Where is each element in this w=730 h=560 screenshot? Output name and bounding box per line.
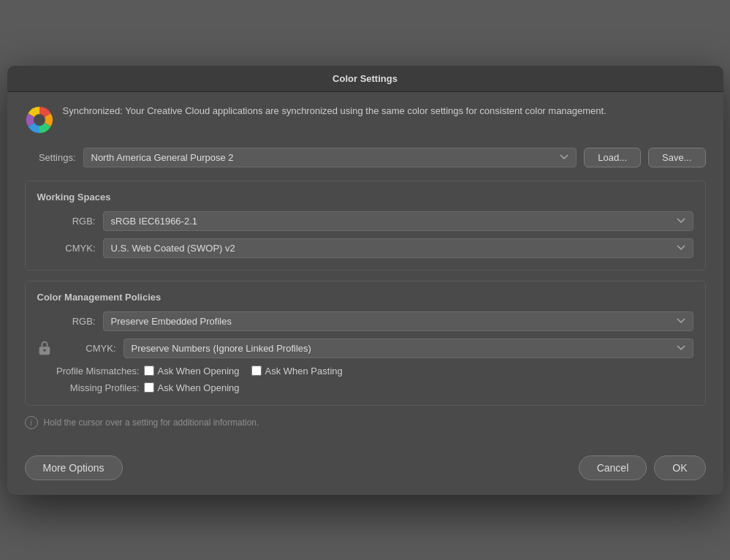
cm-rgb-select[interactable]: Preserve Embedded Profiles bbox=[103, 311, 693, 331]
ask-when-opening-label[interactable]: Ask When Opening bbox=[158, 366, 240, 377]
working-spaces-section: Working Spaces RGB: sRGB IEC61966-2.1 CM… bbox=[25, 181, 706, 270]
sync-text: Synchronized: Your Creative Cloud applic… bbox=[63, 104, 607, 118]
cmyk-select[interactable]: U.S. Web Coated (SWOP) v2 bbox=[103, 238, 693, 258]
cmyk-label: CMYK: bbox=[37, 243, 96, 254]
cmyk-field-row: CMYK: U.S. Web Coated (SWOP) v2 bbox=[37, 238, 693, 258]
missing-profiles-label: Missing Profiles: bbox=[37, 382, 140, 393]
profile-mismatches-checkboxes: Ask When Opening Ask When Pasting bbox=[144, 366, 343, 377]
info-icon: i bbox=[25, 416, 38, 429]
dialog-body: Synchronized: Your Creative Cloud applic… bbox=[7, 92, 723, 444]
cm-cmyk-select[interactable]: Preserve Numbers (Ignore Linked Profiles… bbox=[123, 338, 693, 358]
ask-when-pasting-checkbox[interactable] bbox=[251, 366, 262, 376]
cm-rgb-field-row: RGB: Preserve Embedded Profiles bbox=[37, 311, 693, 331]
settings-label: Settings: bbox=[25, 152, 76, 163]
cm-cmyk-label: CMYK: bbox=[58, 343, 116, 354]
ask-when-pasting-item: Ask When Pasting bbox=[251, 366, 343, 377]
profile-mismatches-row: Profile Mismatches: Ask When Opening Ask… bbox=[37, 366, 693, 377]
dialog-title: Color Settings bbox=[332, 73, 398, 84]
color-management-section: Color Management Policies RGB: Preserve … bbox=[25, 281, 706, 406]
ask-when-opening-checkbox[interactable] bbox=[144, 366, 154, 376]
rgb-field-row: RGB: sRGB IEC61966-2.1 bbox=[37, 211, 693, 231]
working-spaces-title: Working Spaces bbox=[37, 192, 693, 203]
color-wheel-icon bbox=[25, 105, 54, 135]
missing-ask-when-opening-checkbox[interactable] bbox=[144, 382, 154, 393]
ok-button[interactable]: OK bbox=[654, 455, 705, 480]
info-row: i Hold the cursor over a setting for add… bbox=[25, 416, 706, 429]
settings-row: Settings: North America General Purpose … bbox=[25, 148, 706, 167]
settings-select[interactable]: North America General Purpose 2 bbox=[83, 148, 577, 167]
missing-ask-when-opening-label[interactable]: Ask When Opening bbox=[158, 382, 240, 393]
dialog-footer: More Options Cancel OK bbox=[7, 444, 723, 495]
load-button[interactable]: Load... bbox=[584, 148, 641, 167]
lock-icon bbox=[37, 340, 52, 356]
color-settings-dialog: Color Settings Synchronized: Your Creati… bbox=[7, 66, 723, 495]
svg-point-1 bbox=[34, 114, 45, 126]
ask-when-opening-item: Ask When Opening bbox=[144, 366, 240, 377]
sync-banner: Synchronized: Your Creative Cloud applic… bbox=[25, 104, 706, 135]
missing-profiles-checkboxes: Ask When Opening bbox=[144, 382, 240, 393]
rgb-label: RGB: bbox=[37, 216, 96, 227]
rgb-select[interactable]: sRGB IEC61966-2.1 bbox=[103, 211, 693, 231]
profile-mismatches-label: Profile Mismatches: bbox=[37, 366, 140, 377]
info-text: Hold the cursor over a setting for addit… bbox=[44, 417, 259, 428]
save-button[interactable]: Save... bbox=[648, 148, 705, 167]
cm-cmyk-field-row: CMYK: Preserve Numbers (Ignore Linked Pr… bbox=[37, 338, 693, 358]
footer-right-buttons: Cancel OK bbox=[579, 455, 706, 480]
more-options-button[interactable]: More Options bbox=[25, 455, 123, 480]
cm-rgb-label: RGB: bbox=[37, 316, 96, 327]
svg-rect-3 bbox=[43, 349, 46, 352]
ask-when-pasting-label[interactable]: Ask When Pasting bbox=[265, 366, 343, 377]
title-bar: Color Settings bbox=[7, 66, 723, 92]
color-management-title: Color Management Policies bbox=[37, 292, 693, 303]
missing-profiles-row: Missing Profiles: Ask When Opening bbox=[37, 382, 693, 393]
cancel-button[interactable]: Cancel bbox=[579, 455, 647, 480]
missing-ask-when-opening-item: Ask When Opening bbox=[144, 382, 240, 393]
